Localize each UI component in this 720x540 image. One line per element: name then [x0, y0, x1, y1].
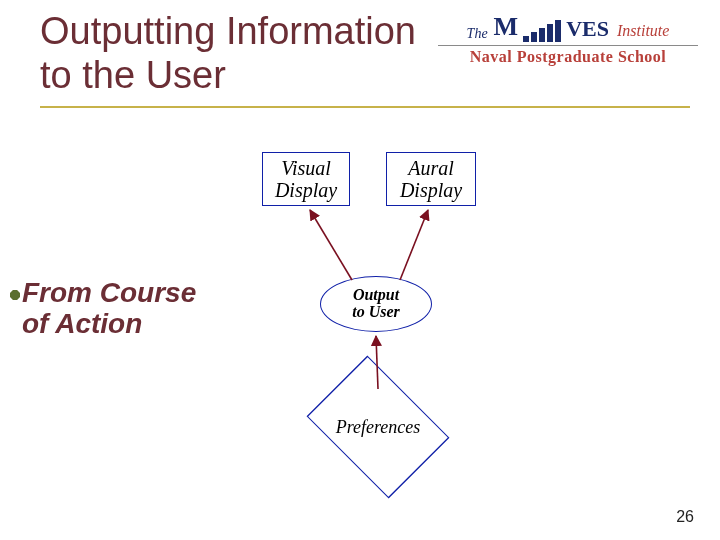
- logo-top-row: The M VES Institute: [438, 12, 698, 42]
- bullet-icon: [10, 290, 20, 300]
- visual-line-2: Display: [263, 179, 349, 201]
- arrow-output-to-visual: [310, 210, 352, 280]
- logo-the-text: The: [467, 26, 488, 42]
- svg-rect-0: [10, 290, 20, 300]
- title-line-2: to the User: [40, 54, 226, 96]
- aural-display-box: Aural Display: [386, 152, 476, 206]
- logo-bars-icon: [523, 20, 561, 42]
- logo-nps-text: Naval Postgraduate School: [438, 48, 698, 66]
- diamond-label: Preferences: [318, 388, 438, 466]
- ellipse-line-2: to User: [321, 304, 431, 321]
- moves-institute-logo: The M VES Institute Naval Postgraduate S…: [438, 12, 698, 66]
- logo-institute-text: Institute: [617, 22, 669, 40]
- output-to-user-node: Output to User: [320, 276, 432, 332]
- from-course-line-1: From Course: [22, 277, 196, 308]
- title-line-1: Outputting Information: [40, 10, 416, 52]
- page-number: 26: [676, 508, 694, 526]
- ellipse-line-1: Output: [321, 287, 431, 304]
- logo-m-text: M: [494, 12, 519, 42]
- logo-divider: [438, 45, 698, 46]
- aural-line-2: Display: [387, 179, 475, 201]
- logo-ves-text: VES: [566, 16, 609, 42]
- from-course-label: From Course of Action: [22, 278, 196, 340]
- visual-line-1: Visual: [263, 157, 349, 179]
- preferences-node: Preferences: [318, 388, 438, 466]
- slide-title: Outputting Information to the User: [40, 10, 416, 97]
- visual-display-box: Visual Display: [262, 152, 350, 206]
- title-underline: [40, 106, 690, 108]
- from-course-line-2: of Action: [22, 308, 142, 339]
- aural-line-1: Aural: [387, 157, 475, 179]
- arrow-output-to-aural: [400, 210, 428, 280]
